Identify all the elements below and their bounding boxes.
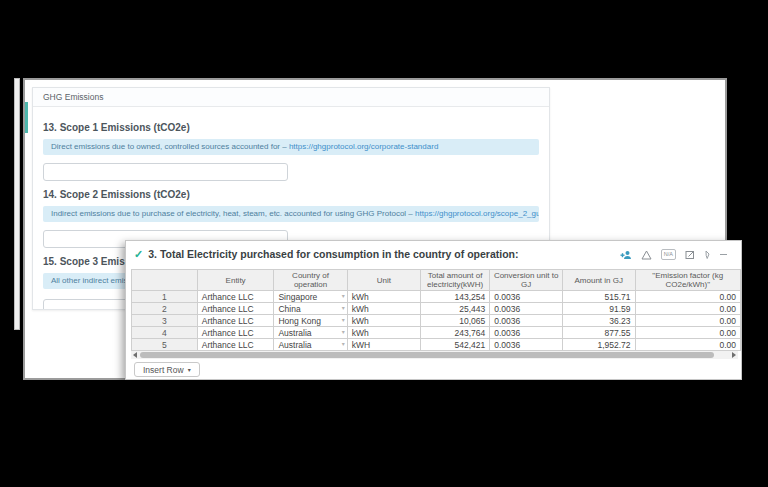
table-cell[interactable]: 515.71	[563, 291, 636, 303]
horizontal-scrollbar[interactable]	[131, 351, 738, 359]
table-header-row: Entity Country of operation Unit Total a…	[132, 270, 741, 291]
assign-user-icon[interactable]	[620, 249, 632, 260]
table-row: 2Arthance LLCChina▾kWh25,4430.003691.590…	[132, 303, 741, 315]
scrollbar-track[interactable]	[139, 351, 730, 359]
table-cell[interactable]: 243,764	[420, 327, 489, 339]
question-14-link[interactable]: https://ghgprotocol.org/scope_2_guidance	[415, 209, 539, 218]
question-13-input[interactable]	[43, 163, 288, 181]
column-header-total-electricity: Total amount of electricity(kWH)	[420, 270, 489, 291]
dropdown-caret-icon[interactable]: ▾	[342, 292, 345, 299]
table-cell[interactable]: Singapore▾	[274, 291, 347, 303]
table-cell[interactable]: 1,952.72	[563, 339, 636, 351]
warning-icon[interactable]	[641, 249, 652, 260]
scroll-accent-strip[interactable]	[25, 102, 28, 133]
table-cell[interactable]: Arthance LLC	[197, 339, 274, 351]
table-cell[interactable]: 0.0036	[490, 327, 563, 339]
table-cell[interactable]: 0.00	[635, 291, 741, 303]
row-number-cell: 2	[132, 303, 198, 315]
table-cell[interactable]: kWh	[347, 327, 420, 339]
background-panel-edge	[14, 78, 20, 330]
table-cell[interactable]: 91.59	[563, 303, 636, 315]
table-row: 1Arthance LLCSingapore▾kWh143,2540.00365…	[132, 291, 741, 303]
scrollbar-thumb[interactable]	[140, 352, 714, 358]
table-cell[interactable]: Australia▾	[274, 339, 347, 351]
column-header-unit: Unit	[347, 270, 420, 291]
insert-row-button[interactable]: Insert Row ▾	[134, 362, 200, 377]
attachment-icon[interactable]	[704, 249, 711, 260]
column-header-amount-gj: Amount in GJ	[563, 270, 636, 291]
table-row: 3Arthance LLCHong Kong▾kWh10,0650.003636…	[132, 315, 741, 327]
table-cell[interactable]: 0.00	[635, 339, 741, 351]
table-cell[interactable]: 10,065	[420, 315, 489, 327]
table-row: 4Arthance LLCAustralia▾kWh243,7640.00368…	[132, 327, 741, 339]
column-header-emission-factor: "Emission factor (kg CO2e/kWh)"	[635, 270, 741, 291]
dropdown-caret-icon[interactable]: ▾	[342, 328, 345, 335]
table-cell[interactable]: Australia▾	[274, 327, 347, 339]
table-cell[interactable]: Arthance LLC	[197, 327, 274, 339]
table-cell[interactable]: 0.00	[635, 303, 741, 315]
table-cell[interactable]: 877.55	[563, 327, 636, 339]
table-cell[interactable]: 0.00	[635, 315, 741, 327]
more-icon[interactable]	[720, 249, 727, 260]
table-cell[interactable]: Hong Kong▾	[274, 315, 347, 327]
table-cell[interactable]: China▾	[274, 303, 347, 315]
table-cell[interactable]: 25,443	[420, 303, 489, 315]
screen-background: GHG Emissions 13. Scope 1 Emissions (tCO…	[0, 0, 768, 487]
na-badge-icon[interactable]: N/A	[661, 249, 676, 260]
table-cell[interactable]: 542,421	[420, 339, 489, 351]
table-cell[interactable]: 143,254	[420, 291, 489, 303]
scroll-right-icon[interactable]	[730, 351, 738, 359]
table-cell[interactable]: kWh	[347, 315, 420, 327]
table-cell[interactable]: kWh	[347, 291, 420, 303]
corner-header-cell	[132, 270, 198, 291]
table-cell[interactable]: 36.23	[563, 315, 636, 327]
completed-check-icon: ✓	[134, 248, 143, 260]
panel-title: 3. Total Electricity purchased for consu…	[148, 248, 518, 260]
table-cell[interactable]: kWH	[347, 339, 420, 351]
table-cell[interactable]: 0.0036	[490, 339, 563, 351]
row-number-cell: 4	[132, 327, 198, 339]
table-cell[interactable]: 0.0036	[490, 291, 563, 303]
column-header-country: Country of operation	[274, 270, 347, 291]
note-icon[interactable]	[685, 249, 695, 260]
question-14-info: Indirect emissions due to purchase of el…	[43, 206, 539, 222]
electricity-question-panel: ✓3. Total Electricity purchased for cons…	[125, 240, 742, 380]
table-cell[interactable]: Arthance LLC	[197, 303, 274, 315]
column-header-conversion-unit: Conversion unit to GJ	[490, 270, 563, 291]
table-cell[interactable]: Arthance LLC	[197, 315, 274, 327]
section-title: GHG Emissions	[33, 88, 549, 107]
dropdown-caret-icon[interactable]: ▾	[342, 340, 345, 347]
question-13-label: 13. Scope 1 Emissions (tCO2e)	[43, 122, 539, 133]
scroll-left-icon[interactable]	[131, 351, 139, 359]
question-14-label: 14. Scope 2 Emissions (tCO2e)	[43, 189, 539, 200]
table-cell[interactable]: 0.00	[635, 327, 741, 339]
dropdown-caret-icon[interactable]: ▾	[342, 316, 345, 323]
column-header-entity: Entity	[197, 270, 274, 291]
insert-row-caret-icon: ▾	[188, 366, 191, 373]
electricity-table: Entity Country of operation Unit Total a…	[131, 269, 741, 351]
table-cell[interactable]: Arthance LLC	[197, 291, 274, 303]
table-cell[interactable]: 0.0036	[490, 315, 563, 327]
row-number-cell: 5	[132, 339, 198, 351]
row-number-cell: 1	[132, 291, 198, 303]
dropdown-caret-icon[interactable]: ▾	[342, 304, 345, 311]
table-row: 5Arthance LLCAustralia▾kWH542,4210.00361…	[132, 339, 741, 351]
question-13-info: Direct emissions due to owned, controlle…	[43, 139, 539, 155]
row-number-cell: 3	[132, 315, 198, 327]
question-13: 13. Scope 1 Emissions (tCO2e) Direct emi…	[43, 122, 539, 181]
question-13-link[interactable]: https://ghgprotocol.org/corporate-standa…	[289, 142, 438, 151]
panel-title-row: ✓3. Total Electricity purchased for cons…	[134, 248, 518, 261]
table-cell[interactable]: kWh	[347, 303, 420, 315]
question-toolbar: N/A	[620, 249, 727, 260]
table-cell[interactable]: 0.0036	[490, 303, 563, 315]
